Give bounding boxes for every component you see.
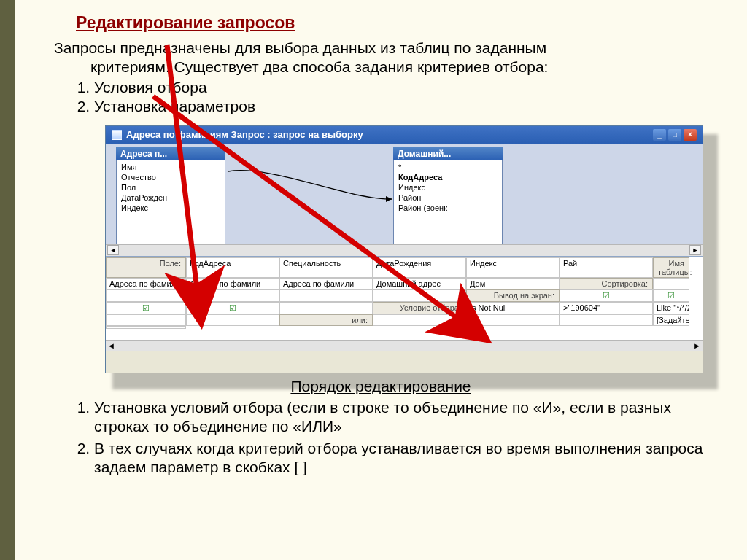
grid-hscrollbar[interactable]: ◄ ► (106, 340, 703, 351)
table-right-field[interactable]: * (395, 162, 500, 172)
row-label-show: Вывод на экран: (466, 289, 560, 302)
grid-cell-show-checkbox[interactable] (279, 302, 373, 314)
order-item-2: В тех случаях когда критерий отбора уста… (94, 439, 729, 478)
grid-cell-field[interactable]: Индекс (466, 257, 560, 278)
grid-cell-or[interactable] (560, 314, 653, 326)
grid-cell-show-checkbox[interactable]: ☑ (653, 289, 689, 302)
grid-cell-field[interactable]: ДатаРождения (373, 257, 466, 278)
row-label-table: Имя таблицы: (653, 257, 689, 278)
source-table-left[interactable]: Адреса п... Имя Отчество Пол ДатаРожден … (116, 148, 225, 252)
table-left-field[interactable]: ДатаРожден (118, 192, 223, 203)
row-label-sort: Сортировка: (560, 278, 653, 289)
window-icon (112, 130, 122, 140)
page-title: Редактирование запросов (32, 13, 729, 39)
svg-marker-0 (386, 196, 392, 202)
grid-cell-table[interactable]: Адреса по фамили (186, 278, 279, 289)
table-right-field[interactable]: Индекс (395, 182, 500, 192)
order-item-1: Установка условий отбора (если в строке … (94, 398, 729, 437)
table-right-field[interactable]: Район (395, 192, 500, 203)
slide-accent-bar (0, 0, 15, 560)
query-tables-pane[interactable]: Адреса п... Имя Отчество Пол ДатаРожден … (106, 144, 703, 257)
table-right-field[interactable]: Район (военк (395, 203, 500, 213)
scroll-right-icon[interactable]: ► (693, 341, 701, 350)
maximize-button[interactable]: □ (668, 129, 681, 141)
grid-cell-table[interactable]: Дом (466, 278, 560, 289)
grid-cell-sort[interactable] (279, 289, 373, 302)
access-query-window: Адреса по фамилиям Запрос : запрос на вы… (105, 125, 703, 373)
intro-text-line1: Запросы предназначены для выбора данных … (32, 39, 729, 58)
intro-text-line2: критериям. Существует два способа задани… (32, 58, 729, 77)
method-item-1: Условия отбора (94, 79, 729, 96)
table-right-header: Домашний... (393, 147, 503, 160)
relation-line (227, 164, 396, 204)
grid-cell-field[interactable]: Специальность (279, 257, 373, 278)
table-left-field[interactable]: Имя (118, 162, 223, 172)
grid-cell-show-checkbox[interactable]: ☑ (186, 302, 279, 314)
scroll-left-icon[interactable]: ◄ (107, 245, 119, 255)
window-titlebar: Адреса по фамилиям Запрос : запрос на вы… (106, 126, 703, 144)
table-left-field[interactable]: Индекс (118, 203, 223, 213)
grid-cell-table[interactable]: Адреса по фамили (106, 278, 186, 289)
grid-cell-or[interactable] (466, 314, 560, 326)
close-button[interactable]: × (684, 129, 697, 141)
methods-list: Условия отбора Установка параметров (32, 79, 729, 115)
grid-cell-sort[interactable] (653, 278, 689, 289)
row-label-or: или: (279, 314, 373, 326)
window-title: Адреса по фамилиям Запрос : запрос на вы… (126, 129, 363, 140)
grid-cell-sort[interactable] (106, 289, 186, 302)
table-left-field[interactable]: Отчество (118, 172, 223, 182)
grid-cell-show-checkbox[interactable]: ☑ (106, 302, 186, 314)
method-item-2: Установка параметров (94, 98, 729, 115)
scroll-right-icon[interactable]: ► (689, 245, 701, 255)
row-label-criteria: Условие отбора: (373, 302, 466, 314)
grid-cell-or[interactable] (106, 326, 186, 329)
source-table-right[interactable]: Домашний... * КодАдреса Индекс Район Рай… (393, 148, 503, 252)
minimize-button[interactable]: _ (653, 129, 666, 141)
grid-cell-criteria[interactable]: Is Not Null (466, 302, 560, 314)
grid-cell-field[interactable]: КодАдреса (186, 257, 279, 278)
order-item-1-text: Установка условий отбора (если в строке … (94, 399, 671, 435)
grid-cell-criteria[interactable] (186, 314, 279, 326)
table-left-field[interactable]: Пол (118, 182, 223, 192)
grid-cell-table[interactable]: Адреса по фамили (279, 278, 373, 289)
grid-cell-criteria[interactable] (106, 314, 186, 326)
grid-cell-table[interactable]: Домашний адрес (373, 278, 466, 289)
order-list: Установка условий отбора (если в строке … (32, 398, 729, 478)
table-right-field[interactable]: КодАдреса (395, 172, 500, 182)
grid-cell-criteria[interactable]: >"190604" (560, 302, 653, 314)
order-item-2-text: В тех случаях когда критерий отбора уста… (94, 440, 703, 475)
scroll-left-icon[interactable]: ◄ (107, 341, 115, 350)
grid-cell-sort[interactable] (186, 289, 279, 302)
grid-cell-or[interactable]: [Задайте индекс] (653, 314, 689, 326)
row-label-field: Поле: (106, 257, 186, 278)
upper-hscrollbar[interactable]: ◄ ► (106, 244, 703, 256)
grid-cell-or[interactable] (373, 314, 466, 326)
grid-cell-sort[interactable] (373, 289, 466, 302)
grid-cell-field[interactable]: Рай (560, 257, 653, 278)
grid-cell-criteria[interactable]: Like "*/*/2002" (653, 302, 689, 314)
table-left-header: Адреса п... (116, 147, 225, 160)
grid-cell-show-checkbox[interactable]: ☑ (560, 289, 653, 302)
query-design-grid[interactable]: Поле: КодАдреса Специальность ДатаРожден… (106, 257, 703, 351)
